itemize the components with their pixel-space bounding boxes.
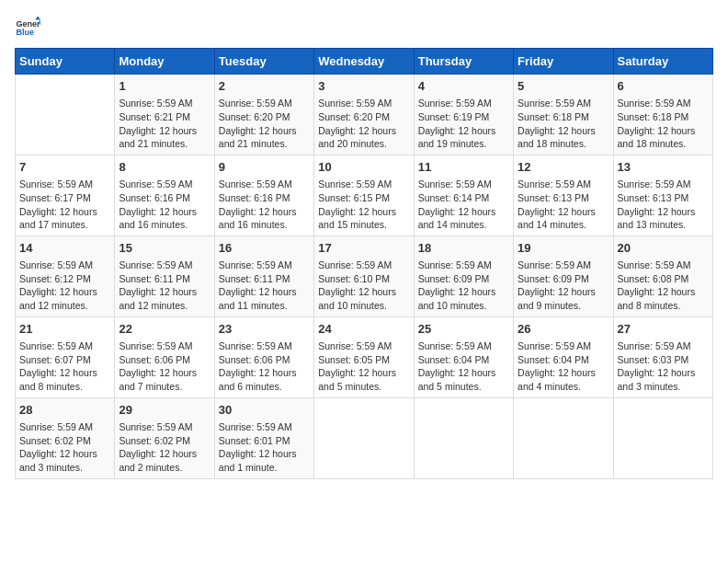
day-info: Sunrise: 5:59 AMSunset: 6:16 PMDaylight:… [219,178,310,232]
day-number: 1 [119,78,210,95]
calendar-cell [16,75,115,155]
day-info: Sunrise: 5:59 AMSunset: 6:19 PMDaylight:… [418,97,509,151]
day-number: 30 [219,402,310,419]
day-info: Sunrise: 5:59 AMSunset: 6:17 PMDaylight:… [19,178,110,232]
day-number: 26 [518,321,609,338]
day-info: Sunrise: 5:59 AMSunset: 6:01 PMDaylight:… [219,420,310,475]
day-number: 10 [318,159,409,176]
calendar-cell: 13Sunrise: 5:59 AMSunset: 6:13 PMDayligh… [613,155,712,236]
day-info: Sunrise: 5:59 AMSunset: 6:21 PMDaylight:… [119,97,210,151]
calendar-cell: 29Sunrise: 5:59 AMSunset: 6:02 PMDayligh… [115,397,214,478]
calendar-cell: 7Sunrise: 5:59 AMSunset: 6:17 PMDaylight… [16,155,115,236]
day-info: Sunrise: 5:59 AMSunset: 6:07 PMDaylight:… [19,339,110,394]
header-saturday: Saturday [613,49,712,75]
calendar-cell: 3Sunrise: 5:59 AMSunset: 6:20 PMDaylight… [314,75,414,155]
calendar-cell: 1Sunrise: 5:59 AMSunset: 6:21 PMDaylight… [115,75,214,155]
day-info: Sunrise: 5:59 AMSunset: 6:20 PMDaylight:… [219,97,310,151]
calendar-cell [414,397,513,478]
day-number: 16 [219,240,310,257]
calendar-cell [613,397,712,478]
header-friday: Friday [514,49,613,75]
calendar-cell: 30Sunrise: 5:59 AMSunset: 6:01 PMDayligh… [214,397,313,478]
calendar-header-row: SundayMondayTuesdayWednesdayThursdayFrid… [16,49,713,75]
day-number: 9 [219,159,310,176]
calendar-cell: 26Sunrise: 5:59 AMSunset: 6:04 PMDayligh… [514,316,613,397]
calendar-cell: 2Sunrise: 5:59 AMSunset: 6:20 PMDaylight… [214,75,313,155]
calendar-cell: 16Sunrise: 5:59 AMSunset: 6:11 PMDayligh… [214,236,313,316]
day-number: 27 [618,321,709,338]
calendar-cell: 21Sunrise: 5:59 AMSunset: 6:07 PMDayligh… [16,316,115,397]
week-row-4: 21Sunrise: 5:59 AMSunset: 6:07 PMDayligh… [16,316,713,397]
day-info: Sunrise: 5:59 AMSunset: 6:06 PMDaylight:… [219,339,310,394]
day-number: 14 [19,240,110,257]
week-row-5: 28Sunrise: 5:59 AMSunset: 6:02 PMDayligh… [16,397,713,478]
day-info: Sunrise: 5:59 AMSunset: 6:11 PMDaylight:… [219,259,310,313]
day-number: 21 [19,321,110,338]
day-info: Sunrise: 5:59 AMSunset: 6:06 PMDaylight:… [119,339,210,394]
header-tuesday: Tuesday [214,49,313,75]
svg-text:General: General [16,19,40,29]
day-number: 15 [119,240,210,257]
day-info: Sunrise: 5:59 AMSunset: 6:14 PMDaylight:… [418,178,509,232]
day-info: Sunrise: 5:59 AMSunset: 6:16 PMDaylight:… [119,178,210,232]
day-info: Sunrise: 5:59 AMSunset: 6:08 PMDaylight:… [618,259,709,313]
calendar-cell: 23Sunrise: 5:59 AMSunset: 6:06 PMDayligh… [214,316,313,397]
day-info: Sunrise: 5:59 AMSunset: 6:15 PMDaylight:… [318,178,409,232]
day-info: Sunrise: 5:59 AMSunset: 6:03 PMDaylight:… [618,339,709,394]
day-number: 7 [19,159,110,176]
day-number: 11 [418,159,509,176]
day-number: 13 [618,159,709,176]
day-number: 6 [618,78,709,95]
header-monday: Monday [115,49,214,75]
day-number: 2 [219,78,310,95]
day-number: 29 [119,402,210,419]
calendar-cell: 18Sunrise: 5:59 AMSunset: 6:09 PMDayligh… [414,236,513,316]
day-info: Sunrise: 5:59 AMSunset: 6:05 PMDaylight:… [318,339,409,394]
day-number: 5 [518,78,609,95]
week-row-2: 7Sunrise: 5:59 AMSunset: 6:17 PMDaylight… [16,155,713,236]
day-number: 20 [618,240,709,257]
calendar-cell: 8Sunrise: 5:59 AMSunset: 6:16 PMDaylight… [115,155,214,236]
header-thursday: Thursday [414,49,513,75]
day-number: 12 [518,159,609,176]
day-number: 19 [518,240,609,257]
day-info: Sunrise: 5:59 AMSunset: 6:18 PMDaylight:… [618,97,709,151]
day-info: Sunrise: 5:59 AMSunset: 6:13 PMDaylight:… [618,178,709,232]
calendar-cell: 14Sunrise: 5:59 AMSunset: 6:12 PMDayligh… [16,236,115,316]
day-info: Sunrise: 5:59 AMSunset: 6:13 PMDaylight:… [518,178,609,232]
day-info: Sunrise: 5:59 AMSunset: 6:20 PMDaylight:… [318,97,409,151]
header-wednesday: Wednesday [314,49,414,75]
day-info: Sunrise: 5:59 AMSunset: 6:04 PMDaylight:… [418,339,509,394]
calendar-cell: 25Sunrise: 5:59 AMSunset: 6:04 PMDayligh… [414,316,513,397]
calendar-cell: 17Sunrise: 5:59 AMSunset: 6:10 PMDayligh… [314,236,414,316]
day-number: 3 [318,78,409,95]
calendar-table: SundayMondayTuesdayWednesdayThursdayFrid… [15,48,713,479]
day-number: 24 [318,321,409,338]
calendar-cell [314,397,414,478]
day-info: Sunrise: 5:59 AMSunset: 6:02 PMDaylight:… [119,420,210,475]
day-info: Sunrise: 5:59 AMSunset: 6:04 PMDaylight:… [518,339,609,394]
page-header: General Blue [15,15,713,40]
day-info: Sunrise: 5:59 AMSunset: 6:12 PMDaylight:… [19,259,110,313]
calendar-cell: 9Sunrise: 5:59 AMSunset: 6:16 PMDaylight… [214,155,313,236]
calendar-cell: 19Sunrise: 5:59 AMSunset: 6:09 PMDayligh… [514,236,613,316]
calendar-cell: 22Sunrise: 5:59 AMSunset: 6:06 PMDayligh… [115,316,214,397]
day-number: 17 [318,240,409,257]
calendar-cell: 11Sunrise: 5:59 AMSunset: 6:14 PMDayligh… [414,155,513,236]
day-number: 28 [19,402,110,419]
calendar-cell: 10Sunrise: 5:59 AMSunset: 6:15 PMDayligh… [314,155,414,236]
day-number: 25 [418,321,509,338]
calendar-cell: 5Sunrise: 5:59 AMSunset: 6:18 PMDaylight… [514,75,613,155]
day-number: 8 [119,159,210,176]
header-sunday: Sunday [16,49,115,75]
day-number: 23 [219,321,310,338]
day-info: Sunrise: 5:59 AMSunset: 6:11 PMDaylight:… [119,259,210,313]
calendar-cell: 15Sunrise: 5:59 AMSunset: 6:11 PMDayligh… [115,236,214,316]
calendar-cell: 4Sunrise: 5:59 AMSunset: 6:19 PMDaylight… [414,75,513,155]
day-info: Sunrise: 5:59 AMSunset: 6:02 PMDaylight:… [19,420,110,475]
calendar-cell: 20Sunrise: 5:59 AMSunset: 6:08 PMDayligh… [613,236,712,316]
week-row-1: 1Sunrise: 5:59 AMSunset: 6:21 PMDaylight… [16,75,713,155]
day-number: 18 [418,240,509,257]
day-number: 4 [418,78,509,95]
calendar-cell: 24Sunrise: 5:59 AMSunset: 6:05 PMDayligh… [314,316,414,397]
